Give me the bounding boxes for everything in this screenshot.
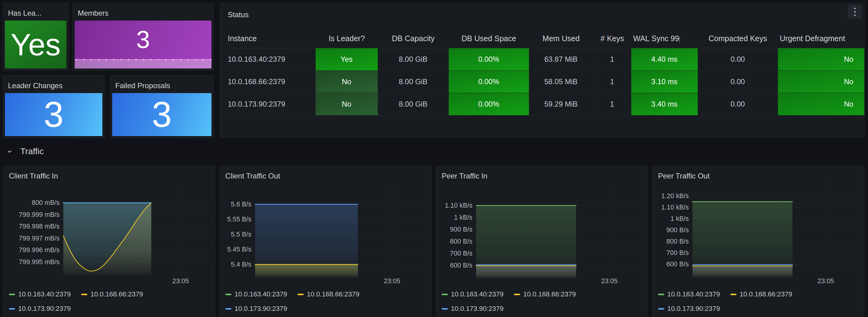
table-cell: 10.0.168.66:2379 — [228, 71, 316, 93]
chart-panel-peer-traffic-in: 1.10 kB/s1 kB/s900 B/s800 B/s700 B/s600 … — [436, 166, 648, 317]
legend-item[interactable]: 10.0.163.40:2379 — [658, 290, 720, 298]
dashboard-row-traffic[interactable]: Traffic — [6, 144, 44, 159]
legend-item[interactable]: 10.0.163.40:2379 — [225, 290, 287, 298]
column-header[interactable]: Is Leader? — [316, 29, 378, 48]
legend-series-label: 10.0.173.90:2379 — [18, 305, 71, 313]
row-title: Traffic — [20, 147, 44, 156]
x-axis-tick-label: 23:05 — [601, 277, 618, 285]
stat-value-background: 3 — [75, 21, 212, 68]
column-header[interactable]: DB Capacity — [378, 29, 449, 48]
legend-series-color-icon — [442, 308, 448, 310]
legend-series-color-icon — [658, 294, 664, 295]
panel-title[interactable]: Peer Traffic In — [436, 166, 648, 180]
table-cell: 3.10 ms — [631, 71, 698, 93]
legend-series-label: 10.0.173.90:2379 — [667, 305, 720, 313]
kebab-menu-icon[interactable] — [848, 5, 862, 19]
legend-series-label: 10.0.168.66:2379 — [90, 290, 143, 298]
panel-title[interactable]: Failed Proposals — [112, 77, 212, 93]
x-axis-tick-label: 23:05 — [384, 277, 401, 285]
column-header[interactable]: Instance — [228, 29, 316, 48]
panel-title[interactable]: Leader Changes — [5, 77, 102, 93]
chart-panel-peer-traffic-out: 1.20 kB/s1.10 kB/s1 kB/s900 B/s800 B/s70… — [652, 166, 864, 317]
table-cell: 59.29 MiB — [529, 93, 593, 115]
panel-title[interactable]: Client Traffic In — [3, 166, 215, 180]
legend-item[interactable]: 10.0.168.66:2379 — [298, 290, 359, 298]
table-header-row: InstanceIs Leader?DB CapacityDB Used Spa… — [228, 29, 865, 48]
series-line-yellow — [63, 203, 151, 271]
legend-series-color-icon — [298, 294, 304, 295]
status-table-panel: Status InstanceIs Leader?DB CapacityDB U… — [220, 3, 865, 137]
stat-panel-failed-proposals: Failed Proposals 3 — [110, 75, 214, 138]
legend-item[interactable]: 10.0.163.40:2379 — [9, 290, 71, 298]
chart-legend: 10.0.163.40:237910.0.168.66:237910.0.173… — [9, 290, 211, 313]
table-cell: No — [778, 93, 865, 115]
panel-title[interactable]: Has Lea... — [5, 5, 66, 21]
y-axis-tick-label: 799.998 mB/s — [19, 223, 60, 230]
series-area-yellow — [692, 266, 793, 277]
legend-series-color-icon — [225, 308, 231, 310]
column-header[interactable]: Mem Used — [529, 29, 593, 48]
legend-series-color-icon — [81, 294, 87, 295]
column-header[interactable]: WAL Sync 99p — [631, 29, 698, 48]
y-axis-tick-label: 5.5 B/s — [231, 231, 251, 238]
table-row: 10.0.163.40:2379Yes8.00 GiB0.00%63.87 Mi… — [228, 48, 865, 71]
column-header[interactable]: Compacted Keys — [698, 29, 778, 48]
legend-item[interactable]: 10.0.173.90:2379 — [225, 305, 287, 313]
legend-item[interactable]: 10.0.163.40:2379 — [442, 290, 503, 298]
column-header[interactable]: # Keys — [593, 29, 631, 48]
legend-series-label: 10.0.163.40:2379 — [667, 290, 720, 298]
stat-value: 3 — [152, 97, 172, 132]
y-axis-tick-label: 799.997 mB/s — [19, 235, 60, 242]
table-row: 10.0.173.90:2379No8.00 GiB0.00%59.29 MiB… — [228, 93, 865, 116]
panel-title[interactable]: Client Traffic Out — [220, 166, 431, 180]
legend-series-label: 10.0.163.40:2379 — [451, 290, 503, 298]
legend-series-color-icon — [730, 294, 737, 295]
column-header[interactable]: DB Used Space — [449, 29, 529, 48]
y-axis-tick-label: 1.10 kB/s — [445, 202, 472, 209]
members-sparkline — [75, 58, 212, 68]
legend-item[interactable]: 10.0.173.90:2379 — [9, 305, 71, 313]
legend-series-color-icon — [9, 308, 15, 310]
legend-series-label: 10.0.168.66:2379 — [740, 290, 792, 298]
table-cell: 0.00 — [698, 71, 778, 93]
panel-title[interactable]: Status — [220, 3, 864, 23]
legend-series-label: 10.0.163.40:2379 — [235, 290, 287, 298]
column-header[interactable]: Urgent Defragment — [778, 29, 865, 48]
chart-panel-client-traffic-in: 800 mB/s799.999 mB/s799.998 mB/s799.997 … — [3, 166, 215, 317]
panel-title[interactable]: Peer Traffic Out — [653, 166, 864, 180]
table-cell: 8.00 GiB — [378, 71, 449, 93]
y-axis-tick-label: 900 B/s — [666, 226, 689, 234]
table-cell: 0.00 — [698, 93, 778, 115]
legend-item[interactable]: 10.0.173.90:2379 — [658, 305, 720, 313]
series-area-green — [63, 203, 151, 275]
series-area-yellow — [63, 203, 151, 275]
table-cell: 58.05 MiB — [529, 71, 593, 93]
legend-series-color-icon — [9, 294, 15, 295]
legend-series-color-icon — [514, 294, 520, 295]
y-axis-tick-label: 700 B/s — [666, 249, 689, 256]
legend-series-label: 10.0.168.66:2379 — [523, 290, 576, 298]
stat-value: 3 — [136, 27, 150, 52]
table-cell: 63.87 MiB — [529, 48, 593, 70]
panel-title[interactable]: Members — [75, 5, 212, 21]
table-row: 10.0.168.66:2379No8.00 GiB0.00%58.05 MiB… — [228, 71, 865, 93]
legend-item[interactable]: 10.0.168.66:2379 — [81, 290, 143, 298]
table-cell: Yes — [316, 48, 378, 70]
table-cell: No — [316, 71, 378, 93]
y-axis-tick-label: 800 mB/s — [32, 199, 60, 207]
legend-item[interactable]: 10.0.168.66:2379 — [730, 290, 792, 298]
chart-legend: 10.0.163.40:237910.0.168.66:237910.0.173… — [658, 290, 860, 313]
y-axis-tick-label: 800 B/s — [666, 238, 689, 245]
legend-item[interactable]: 10.0.168.66:2379 — [514, 290, 576, 298]
y-axis-tick-label: 600 B/s — [450, 262, 472, 269]
table-cell: No — [778, 48, 865, 70]
x-axis-tick-label: 23:05 — [817, 277, 834, 285]
legend-series-color-icon — [225, 294, 231, 295]
y-axis-tick-label: 1.10 kB/s — [661, 204, 689, 211]
legend-series-label: 10.0.173.90:2379 — [451, 305, 503, 313]
y-axis-tick-label: 800 B/s — [450, 238, 472, 245]
legend-item[interactable]: 10.0.173.90:2379 — [442, 305, 503, 313]
legend-series-label: 10.0.173.90:2379 — [235, 305, 287, 313]
chevron-down-icon — [6, 148, 13, 155]
y-axis-tick-label: 5.45 B/s — [227, 246, 251, 253]
